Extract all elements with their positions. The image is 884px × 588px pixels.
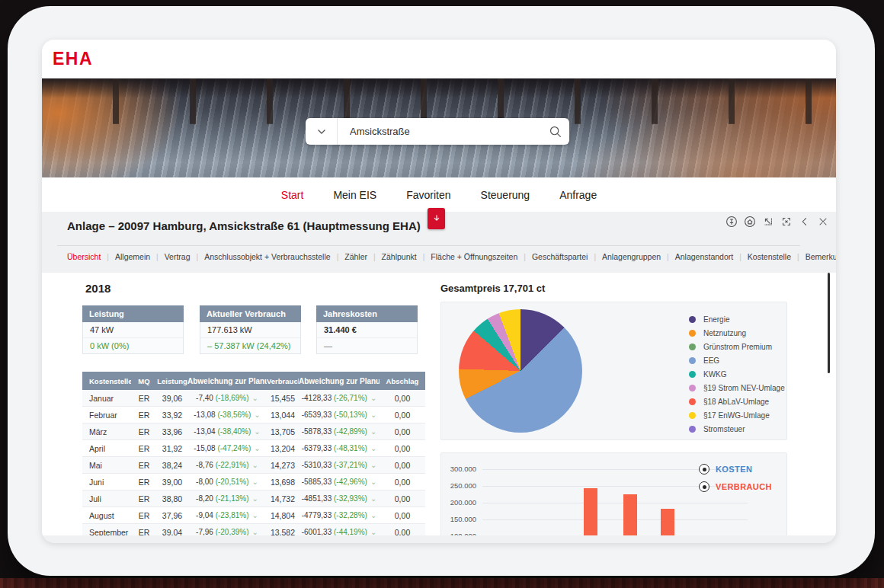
cell-abschlag: 0,00 (380, 478, 425, 487)
cell-month: Januar (82, 394, 131, 403)
chevron-down-icon (317, 129, 326, 135)
cell-abschlag: 0,00 (380, 494, 425, 503)
resize-diagonal-icon[interactable] (762, 216, 774, 228)
legend-dot (689, 330, 696, 337)
nav-item-mein-eis[interactable]: Mein EIS (333, 189, 376, 201)
column-header-abweichung-zur-planung: Abweichung zur Planung (187, 377, 267, 385)
cell-mq: ER (131, 478, 157, 487)
table-row: MaiER38,24-8,76 (-22,91%)⌄14,273-5310,33… (82, 457, 425, 474)
column-header-abweichung-zur-planung: Abweichung zur Planung (299, 377, 380, 385)
cell-leistung: 39,00 (157, 478, 187, 487)
cell-abschlag: 0,00 (380, 528, 425, 536)
radio-icon (699, 464, 709, 475)
search-button[interactable] (540, 125, 569, 138)
cell-mq: ER (131, 444, 157, 453)
legend-label: §18 AbLaV-Umlage (703, 398, 769, 406)
tab-separator: | (667, 253, 669, 261)
stat-card-aktueller-verbrauch: Aktueller Verbrauch 177.613 kW – 57.387 … (200, 305, 301, 354)
chevron-down-icon[interactable]: ⌄ (370, 394, 376, 402)
cell-verbrauch-abweichung: -4779,33 (-32,28%)⌄ (299, 511, 380, 519)
cell-verbrauch-abweichung: -5310,33 (-37,21%)⌄ (299, 461, 380, 469)
pin-icon[interactable] (725, 216, 738, 228)
table-row: JuliER38,80-8,20 (-21,13%)⌄14,732-4851,3… (82, 491, 425, 507)
stat-card-delta: – 57.387 kW (24,42%) (200, 338, 301, 354)
chevron-down-icon[interactable]: ⌄ (252, 478, 258, 486)
cell-leistung: 38,80 (157, 494, 187, 503)
chevron-down-icon[interactable]: ⌄ (370, 444, 376, 452)
search-input[interactable] (338, 126, 540, 137)
legend-item-netznutzung: Netznutzung (689, 326, 785, 340)
tab-allgemein[interactable]: Allgemein (115, 252, 150, 261)
nav-item-start[interactable]: Start (281, 189, 304, 201)
tab-separator: | (197, 253, 199, 261)
cell-verbrauch-abweichung: -6539,33 (-50,13%)⌄ (299, 411, 380, 419)
cell-mq: ER (131, 394, 157, 403)
y-axis-label: 300.000 (441, 465, 476, 473)
chevron-down-icon[interactable]: ⌄ (370, 478, 376, 486)
tab-fl-che-ffnungszeiten[interactable]: Fläche + Öffnungszeiten (431, 252, 517, 261)
cell-leistung-abweichung: -8,20 (-21,13%)⌄ (187, 494, 267, 503)
cell-mq: ER (131, 511, 157, 520)
tab-separator: | (797, 253, 799, 261)
chevron-down-icon[interactable]: ⌄ (252, 394, 258, 402)
download-button[interactable] (428, 208, 445, 229)
months-table: KostenstelleMQLeistungAbweichung zur Pla… (82, 372, 425, 535)
chevron-left-icon[interactable] (799, 216, 811, 228)
nav-item-anfrage[interactable]: Anfrage (559, 189, 597, 201)
home-icon[interactable] (744, 216, 756, 228)
vertical-scrollbar[interactable] (828, 273, 830, 373)
tab-z-hler[interactable]: Zähler (344, 252, 367, 261)
close-icon[interactable] (817, 216, 829, 228)
cell-verbrauch-abweichung: -5878,33 (-42,89%)⌄ (299, 427, 380, 436)
year-heading: 2018 (85, 282, 110, 295)
chevron-down-icon[interactable]: ⌄ (254, 444, 260, 452)
chevron-down-icon[interactable]: ⌄ (370, 528, 376, 535)
radio-verbrauch[interactable]: VERBRAUCH (699, 481, 772, 493)
tab-bersicht[interactable]: Übersicht (67, 252, 101, 261)
tab-anschlussobjekt-verbrauchsstelle[interactable]: Anschlussobjekt + Verbrauchsstelle (204, 252, 330, 261)
search-scope-dropdown[interactable] (306, 118, 338, 145)
fullscreen-icon[interactable] (780, 216, 793, 228)
cell-leistung-abweichung: -7,96 (-20,39%)⌄ (187, 528, 267, 535)
stat-card-leistung: Leistung 47 kW 0 kW (0%) (82, 305, 184, 354)
tab-anlagenstandort[interactable]: Anlagenstandort (675, 252, 733, 261)
table-row: MärzER33,96-13,04 (-38,40%)⌄13,705-5878,… (82, 423, 425, 440)
chevron-down-icon[interactable]: ⌄ (252, 511, 258, 519)
bar (584, 488, 597, 535)
tab-vertrag[interactable]: Vertrag (165, 252, 191, 261)
divider (57, 245, 800, 246)
cell-verbrauch: 13,582 (267, 528, 299, 536)
chevron-down-icon[interactable]: ⌄ (252, 528, 258, 535)
tab-bemerkungen[interactable]: Bemerkungen (806, 252, 836, 261)
tab-separator: | (373, 253, 376, 261)
nav-item-favoriten[interactable]: Favoriten (406, 189, 450, 201)
legend-dot (689, 385, 696, 391)
legend-label: Stromsteuer (703, 425, 745, 433)
stage: EHA StartMein EISFavoritenSteuerungAnfra… (0, 0, 884, 588)
chevron-down-icon[interactable]: ⌄ (252, 494, 258, 503)
chevron-down-icon[interactable]: ⌄ (254, 427, 260, 436)
tab-gesch-ftspartei[interactable]: Geschäftspartei (532, 252, 588, 261)
chevron-down-icon[interactable]: ⌄ (370, 494, 376, 503)
chevron-down-icon[interactable]: ⌄ (254, 411, 260, 419)
cell-month: Februar (82, 411, 131, 420)
tab-anlagengruppen[interactable]: Anlagengruppen (602, 252, 661, 261)
tab-z-hlpunkt[interactable]: Zählpunkt (382, 252, 417, 261)
legend-dot (689, 371, 696, 378)
tab-kostenstelle[interactable]: Kostenstelle (748, 252, 791, 261)
radio-kosten[interactable]: KOSTEN (699, 463, 772, 475)
legend-item-19-strom-nev-umlage: §19 Strom NEV-Umlage (689, 381, 785, 395)
chevron-down-icon[interactable]: ⌄ (370, 427, 376, 436)
y-axis-label: 200.000 (441, 498, 476, 507)
stat-card-title: Leistung (82, 305, 184, 322)
chevron-down-icon[interactable]: ⌄ (370, 511, 376, 519)
cell-leistung: 39,04 (157, 528, 187, 536)
column-header-mq: MQ (131, 377, 157, 385)
cell-month: April (82, 444, 131, 453)
chevron-down-icon[interactable]: ⌄ (252, 461, 258, 469)
nav-item-steuerung[interactable]: Steuerung (481, 189, 530, 201)
pie-chart-panel: EnergieNetznutzungGrünstrom PremiumEEGKW… (440, 302, 787, 440)
chevron-down-icon[interactable]: ⌄ (370, 461, 376, 469)
legend-item-eeg: EEG (689, 353, 785, 367)
chevron-down-icon[interactable]: ⌄ (370, 411, 376, 419)
